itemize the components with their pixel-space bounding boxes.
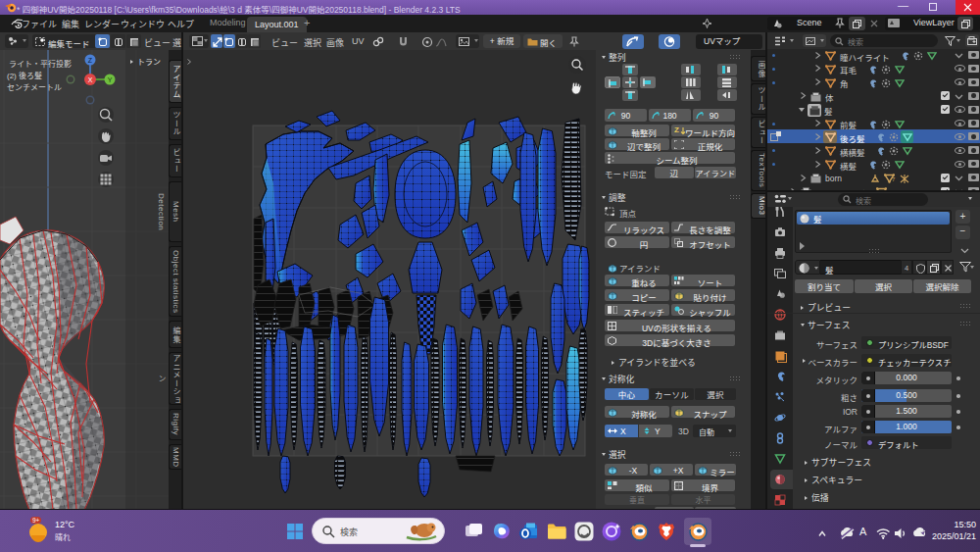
svg-text:Z: Z — [88, 57, 93, 64]
svg-text:X: X — [88, 76, 93, 83]
svg-text:Y: Y — [108, 76, 113, 83]
